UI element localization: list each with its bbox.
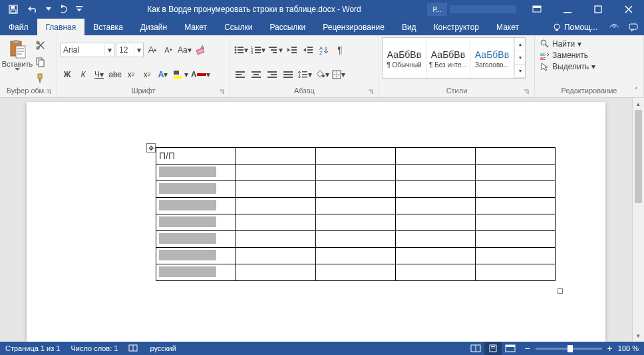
shading-button[interactable]: ▾ (314, 67, 330, 82)
status-spellcheck[interactable] (123, 344, 144, 353)
zoom-level[interactable]: 100 % (618, 344, 639, 352)
ribbon-options-button[interactable] (522, 0, 552, 19)
style-normal[interactable]: АаБбВв¶ Обычный (383, 38, 426, 78)
decrease-indent-button[interactable] (285, 43, 299, 57)
multilevel-list-button[interactable]: ▾ (267, 43, 283, 57)
table-cell[interactable] (316, 231, 396, 248)
copy-button[interactable] (33, 55, 48, 69)
bullets-button[interactable]: ▾ (233, 43, 249, 57)
tab-review[interactable]: Рецензирование (314, 19, 393, 35)
find-button[interactable]: Найти ▾ (539, 39, 597, 49)
comments-icon[interactable] (629, 23, 639, 32)
redo-button[interactable] (55, 1, 73, 17)
subscript-button[interactable]: x2 (124, 67, 138, 82)
table-cell[interactable] (396, 148, 476, 165)
minimize-button[interactable] (552, 0, 583, 19)
styles-scroll-down[interactable]: ▾ (514, 51, 525, 65)
status-page[interactable]: Страница 1 из 1 (0, 344, 65, 352)
table-cell[interactable] (396, 198, 476, 214)
account-badge[interactable]: Р... (427, 3, 447, 16)
line-spacing-button[interactable]: ▾ (297, 67, 313, 82)
table-cell[interactable] (476, 248, 556, 264)
tab-view[interactable]: Вид (393, 19, 425, 35)
tab-home[interactable]: Главная (37, 19, 85, 35)
bold-button[interactable]: Ж (60, 67, 75, 82)
table-cell[interactable] (236, 181, 316, 198)
page[interactable]: ✥ П/П (27, 102, 605, 342)
select-button[interactable]: Выделить ▾ (539, 61, 597, 72)
table-cell[interactable] (236, 248, 316, 264)
table-cell[interactable] (316, 264, 396, 281)
tab-file[interactable]: Файл (0, 19, 37, 35)
cut-button[interactable] (33, 38, 48, 53)
view-print-layout[interactable] (484, 342, 502, 355)
align-center-button[interactable] (249, 67, 263, 82)
table-cell[interactable] (396, 231, 476, 248)
scroll-thumb[interactable] (635, 110, 642, 203)
table-cell[interactable] (316, 248, 396, 264)
table-cell[interactable] (156, 231, 236, 248)
tab-table-design[interactable]: Конструктор (425, 19, 488, 35)
increase-indent-button[interactable] (301, 43, 315, 57)
table-cell[interactable] (156, 198, 236, 214)
italic-button[interactable]: К (76, 67, 90, 82)
status-language[interactable]: русский (144, 344, 181, 352)
text-effects-button[interactable]: A▾ (156, 67, 170, 82)
table-cell[interactable] (316, 165, 396, 181)
qat-customize[interactable] (75, 1, 84, 17)
table-cell[interactable] (396, 181, 476, 198)
tab-insert[interactable]: Вставка (84, 19, 132, 35)
scroll-down-button[interactable]: ▾ (633, 330, 644, 342)
tab-layout[interactable]: Макет (176, 19, 216, 35)
close-button[interactable] (613, 0, 644, 19)
table-cell[interactable] (156, 181, 236, 198)
table-cell[interactable] (156, 264, 236, 281)
styles-launcher[interactable] (524, 89, 532, 97)
chevron-down-icon[interactable]: ▾ (134, 45, 143, 55)
status-words[interactable]: Число слов: 1 (65, 344, 123, 352)
table-cell[interactable] (156, 248, 236, 264)
table-cell[interactable] (316, 181, 396, 198)
style-no-spacing[interactable]: АаБбВв¶ Без инте... (426, 38, 470, 78)
table-cell[interactable] (156, 214, 236, 231)
show-marks-button[interactable]: ¶ (333, 43, 347, 57)
table-cell[interactable] (316, 214, 396, 231)
font-name-combo[interactable]: Arial▾ (60, 43, 114, 57)
save-button[interactable] (4, 1, 23, 17)
superscript-button[interactable]: x2 (140, 67, 154, 82)
underline-button[interactable]: Ч▾ (92, 67, 106, 82)
table-resize-handle[interactable] (558, 288, 563, 294)
zoom-out-button[interactable]: − (524, 343, 530, 354)
paste-button[interactable]: Вставить (3, 37, 32, 87)
table-move-handle[interactable]: ✥ (146, 143, 156, 153)
maximize-button[interactable] (583, 0, 613, 19)
table-cell[interactable] (396, 264, 476, 281)
undo-dropdown[interactable] (44, 1, 53, 17)
table-cell[interactable] (236, 231, 316, 248)
highlight-button[interactable]: ▾ (172, 67, 189, 82)
format-painter-button[interactable] (33, 71, 48, 86)
table-cell[interactable] (236, 214, 316, 231)
align-right-button[interactable] (265, 67, 279, 82)
scroll-track[interactable] (633, 110, 644, 330)
table-cell[interactable] (476, 165, 556, 181)
view-web-layout[interactable] (502, 342, 519, 355)
tab-design[interactable]: Дизайн (132, 19, 176, 35)
borders-button[interactable]: ▾ (331, 67, 346, 82)
tell-me-button[interactable]: Помощ... (546, 19, 604, 35)
tab-table-layout[interactable]: Макет (488, 19, 528, 35)
view-read-mode[interactable] (467, 342, 484, 355)
paragraph-launcher[interactable] (368, 89, 376, 97)
table-cell[interactable] (316, 198, 396, 214)
table-cell[interactable] (236, 148, 316, 165)
table-cell[interactable] (476, 181, 556, 198)
font-launcher[interactable] (219, 89, 227, 97)
table-cell[interactable] (316, 148, 396, 165)
strikethrough-button[interactable]: abc (108, 67, 122, 82)
table-cell[interactable] (476, 264, 556, 281)
font-size-combo[interactable]: 12▾ (116, 43, 144, 57)
grow-font-button[interactable]: A▴ (145, 43, 160, 57)
clear-formatting-button[interactable]: A (194, 43, 208, 57)
document-table[interactable]: П/П (156, 147, 556, 281)
document-scroll[interactable]: ✥ П/П (0, 98, 632, 342)
